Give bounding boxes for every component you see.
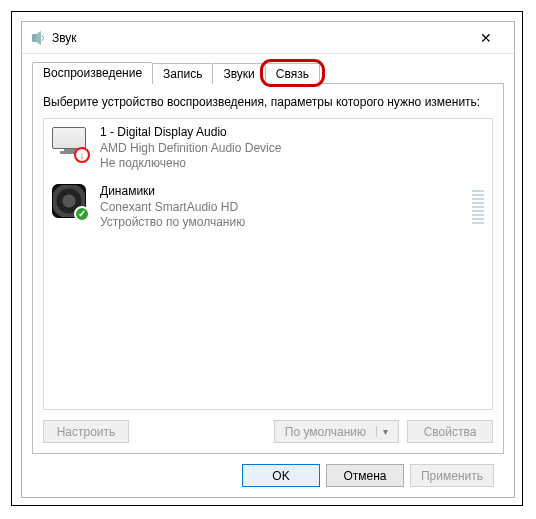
status-badge-default: ✓ bbox=[74, 206, 90, 222]
tab-panel: Выберите устройство воспроизведения, пар… bbox=[32, 83, 504, 454]
app-icon bbox=[30, 30, 46, 46]
sound-dialog: Звук ✕ Воспроизведение Запись Звуки Связ… bbox=[21, 21, 515, 498]
monitor-icon: ↓ bbox=[52, 125, 88, 161]
apply-button: Применить bbox=[410, 464, 494, 487]
dialog-button-row: OK Отмена Применить bbox=[32, 454, 504, 487]
device-status: Устройство по умолчанию bbox=[100, 215, 460, 231]
device-item[interactable]: ↓ 1 - Digital Display Audio AMD High Def… bbox=[44, 119, 492, 178]
tab-communications[interactable]: Связь bbox=[265, 63, 320, 84]
instruction-text: Выберите устройство воспроизведения, пар… bbox=[43, 94, 493, 110]
tabstrip: Воспроизведение Запись Звуки Связь bbox=[32, 62, 504, 84]
device-driver: AMD High Definition Audio Device bbox=[100, 141, 484, 157]
tab-playback[interactable]: Воспроизведение bbox=[32, 62, 153, 84]
close-icon: ✕ bbox=[480, 30, 492, 46]
pane-button-row: Настроить По умолчанию Свойства bbox=[43, 420, 493, 443]
tab-sounds[interactable]: Звуки bbox=[212, 63, 265, 84]
tab-recording[interactable]: Запись bbox=[152, 63, 213, 84]
titlebar: Звук ✕ bbox=[22, 22, 514, 54]
device-name: 1 - Digital Display Audio bbox=[100, 125, 484, 141]
window-title: Звук bbox=[52, 31, 77, 45]
ok-button[interactable]: OK bbox=[242, 464, 320, 487]
properties-button: Свойства bbox=[407, 420, 493, 443]
svg-marker-1 bbox=[36, 31, 41, 45]
device-list[interactable]: ↓ 1 - Digital Display Audio AMD High Def… bbox=[43, 118, 493, 410]
configure-button: Настроить bbox=[43, 420, 129, 443]
screenshot-frame: Звук ✕ Воспроизведение Запись Звуки Связ… bbox=[11, 11, 523, 506]
speaker-icon: ✓ bbox=[52, 184, 88, 220]
close-button[interactable]: ✕ bbox=[464, 23, 508, 53]
device-item[interactable]: ✓ Динамики Conexant SmartAudio HD Устрой… bbox=[44, 178, 492, 237]
level-meter bbox=[472, 186, 484, 224]
cancel-button[interactable]: Отмена bbox=[326, 464, 404, 487]
device-name: Динамики bbox=[100, 184, 460, 200]
client-area: Воспроизведение Запись Звуки Связь Выбер… bbox=[22, 54, 514, 497]
device-driver: Conexant SmartAudio HD bbox=[100, 200, 460, 216]
device-status: Не подключено bbox=[100, 156, 484, 172]
status-badge-disconnected: ↓ bbox=[74, 147, 90, 163]
set-default-button: По умолчанию bbox=[274, 420, 399, 443]
svg-rect-0 bbox=[32, 34, 36, 42]
